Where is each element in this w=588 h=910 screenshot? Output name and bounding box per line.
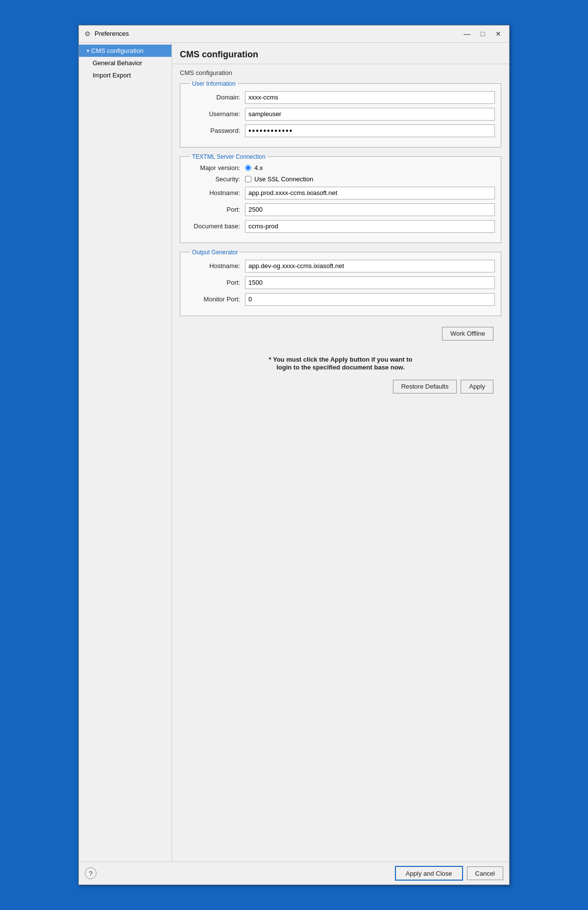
apply-close-button[interactable]: Apply and Close [395,866,463,881]
maximize-button[interactable]: □ [476,28,490,39]
sidebar-item-cms-configuration[interactable]: ▾ CMS configuration [79,45,172,57]
help-button[interactable]: ? [85,867,97,879]
ssl-checkbox-group: Use SSL Connection [245,175,313,183]
major-version-label: Major version: [186,164,245,172]
minimize-button[interactable]: — [460,28,474,39]
domain-label: Domain: [186,94,245,101]
page-title: CMS configuration [180,49,501,60]
work-offline-button[interactable]: Work Offline [442,327,493,341]
password-row: Password: [186,124,495,137]
window-body: ▾ CMS configuration General Behavior Imp… [79,43,509,861]
password-label: Password: [186,127,245,134]
close-button[interactable]: ✕ [491,28,505,39]
chevron-down-icon: ▾ [87,48,89,53]
password-input[interactable] [245,124,495,137]
og-hostname-label: Hostname: [186,262,245,270]
user-information-legend: User Information [190,80,238,87]
major-version-radio-group: 4.x [245,164,263,172]
note-text: * You must click the Apply button if you… [188,355,493,371]
textml-hostname-label: Hostname: [186,189,245,197]
monitor-port-label: Monitor Port: [186,295,245,303]
document-base-row: Document base: [186,220,495,233]
main-content: CMS configuration CMS configuration User… [172,43,509,861]
major-version-row: Major version: 4.x [186,164,495,172]
og-port-label: Port: [186,279,245,286]
textml-port-input[interactable] [245,203,495,216]
content-area: CMS configuration User Information Domai… [172,64,509,861]
security-row: Security: Use SSL Connection [186,175,495,183]
section-title: CMS configuration [180,69,501,76]
work-offline-area: Work Offline [180,322,501,345]
monitor-port-input[interactable] [245,293,495,306]
main-header: CMS configuration [172,43,509,64]
apply-button[interactable]: Apply [461,380,493,394]
sidebar-item-label: Import Export [93,72,131,79]
window-title: Preferences [95,30,460,37]
note-area: * You must click the Apply button if you… [180,345,501,376]
sidebar-item-label: CMS configuration [91,47,144,54]
output-generator-legend: Output Generator [190,249,240,256]
title-bar: ⊙ Preferences — □ ✕ [79,25,509,43]
sidebar: ▾ CMS configuration General Behavior Imp… [79,43,172,861]
textml-hostname-input[interactable] [245,187,495,199]
domain-row: Domain: [186,91,495,104]
og-port-row: Port: [186,276,495,289]
textml-hostname-row: Hostname: [186,187,495,199]
document-base-input[interactable] [245,220,495,233]
domain-input[interactable] [245,91,495,104]
sidebar-item-general-behavior[interactable]: General Behavior [79,57,172,69]
og-hostname-row: Hostname: [186,260,495,272]
preferences-window: ⊙ Preferences — □ ✕ ▾ CMS configuration … [78,25,510,885]
footer-bar: ? Apply and Close Cancel [79,861,509,885]
app-icon: ⊙ [83,29,92,38]
restore-defaults-button[interactable]: Restore Defaults [393,380,457,394]
username-label: Username: [186,110,245,118]
og-port-input[interactable] [245,276,495,289]
user-information-fieldset: User Information Domain: Username: Passw… [180,80,501,148]
security-label: Security: [186,175,245,183]
major-version-value: 4.x [254,164,263,172]
username-row: Username: [186,108,495,121]
cancel-button[interactable]: Cancel [467,866,503,880]
ssl-label: Use SSL Connection [254,175,313,183]
sidebar-item-label: General Behavior [93,59,142,67]
monitor-port-row: Monitor Port: [186,293,495,306]
textml-connection-fieldset: TEXTML Server Connection Major version: … [180,153,501,243]
bottom-buttons: Restore Defaults Apply [180,376,501,401]
document-base-label: Document base: [186,222,245,230]
textml-port-label: Port: [186,206,245,213]
sidebar-item-import-export[interactable]: Import Export [79,69,172,81]
window-controls: — □ ✕ [460,28,505,39]
textml-connection-legend: TEXTML Server Connection [190,153,268,160]
output-generator-fieldset: Output Generator Hostname: Port: Monitor… [180,249,501,316]
textml-port-row: Port: [186,203,495,216]
ssl-checkbox[interactable] [245,176,251,182]
major-version-radio[interactable] [245,165,251,171]
username-input[interactable] [245,108,495,121]
og-hostname-input[interactable] [245,260,495,272]
